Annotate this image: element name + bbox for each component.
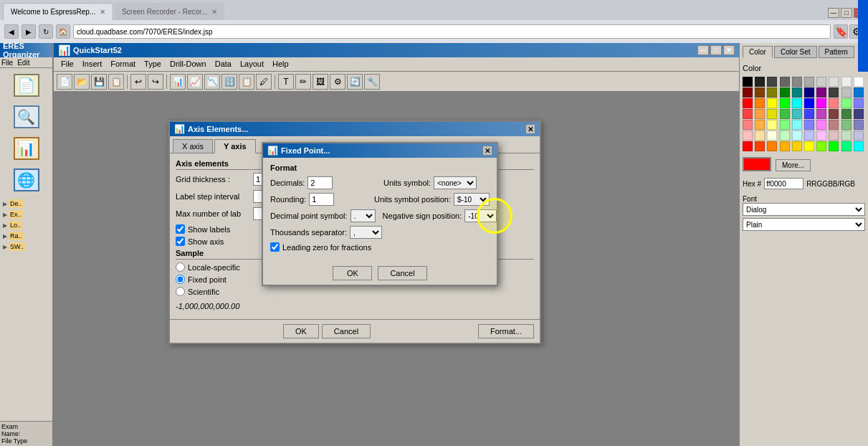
- color-swatch-23[interactable]: [780, 98, 790, 108]
- color-swatch-26[interactable]: [816, 98, 826, 108]
- color-swatch-37[interactable]: [829, 109, 839, 119]
- color-swatch-30[interactable]: [743, 109, 753, 119]
- thousands-select[interactable]: , .: [350, 226, 382, 239]
- decimal-point-select[interactable]: . ,: [350, 209, 376, 222]
- rounding-input[interactable]: [309, 193, 334, 206]
- toolbar-open[interactable]: 📂: [74, 74, 90, 90]
- style-select[interactable]: Plain Bold Italic: [743, 218, 865, 231]
- more-colors-btn[interactable]: More...: [776, 159, 811, 171]
- sidebar-icon-search[interactable]: 🔍: [12, 103, 41, 131]
- nav-ext-1[interactable]: 🔖: [834, 24, 848, 39]
- toolbar-copy[interactable]: 📋: [108, 74, 124, 90]
- color-swatch-53[interactable]: [780, 131, 790, 141]
- color-swatch-8[interactable]: [841, 77, 852, 87]
- color-swatch-51[interactable]: [755, 131, 765, 141]
- color-swatch-20[interactable]: [743, 98, 753, 108]
- nav-back-btn[interactable]: ◀: [4, 24, 19, 39]
- color-tab-pattern[interactable]: Pattern: [819, 46, 854, 58]
- axis-format-btn[interactable]: Format...: [478, 324, 534, 338]
- sidebar-icon-doc[interactable]: 📄: [12, 71, 41, 100]
- toolbar-btn9[interactable]: 🖼: [313, 74, 328, 90]
- browser-tab-inactive[interactable]: Screen Recorder - Recor... ✕: [115, 3, 224, 20]
- color-swatch-5[interactable]: [804, 77, 814, 87]
- show-axis-checkbox[interactable]: [176, 237, 185, 246]
- toolbar-redo[interactable]: ↪: [148, 74, 163, 90]
- color-swatch-19[interactable]: [854, 87, 864, 98]
- units-symbol-pos-select[interactable]: $-10 +10: [454, 193, 490, 206]
- color-swatch-45[interactable]: [804, 120, 814, 130]
- color-swatch-31[interactable]: [755, 109, 765, 119]
- toolbar-btn8[interactable]: ✏: [295, 74, 311, 90]
- color-swatch-11[interactable]: [755, 87, 765, 98]
- tree-item-lo[interactable]: ▶ Lo..: [1, 220, 51, 230]
- menu-layout[interactable]: Layout: [236, 59, 268, 70]
- axis-tab-y[interactable]: Y axis: [214, 139, 256, 153]
- eres-menu-edit[interactable]: Edit: [17, 59, 29, 67]
- color-swatch-39[interactable]: [854, 109, 864, 119]
- radio-scientific[interactable]: Scientific: [176, 287, 534, 296]
- color-swatch-18[interactable]: [841, 87, 852, 98]
- color-swatch-6[interactable]: [816, 77, 826, 87]
- color-swatch-14[interactable]: [792, 87, 802, 98]
- toolbar-btn7[interactable]: T: [278, 74, 294, 90]
- fixed-ok-btn[interactable]: OK: [333, 266, 372, 280]
- axis-dialog-close[interactable]: ✕: [525, 124, 535, 134]
- color-swatch-0[interactable]: [743, 77, 753, 87]
- color-tab-color[interactable]: Color: [743, 46, 773, 58]
- sidebar-icon-chart[interactable]: 📊: [12, 134, 41, 163]
- color-swatch-63[interactable]: [780, 141, 790, 151]
- tree-item-de[interactable]: ▶ De..: [1, 199, 51, 209]
- tab-close-inactive[interactable]: ✕: [211, 8, 217, 16]
- color-swatch-33[interactable]: [780, 109, 790, 119]
- color-swatch-58[interactable]: [841, 131, 852, 141]
- color-swatch-65[interactable]: [804, 141, 814, 151]
- color-swatch-9[interactable]: [854, 77, 864, 87]
- toolbar-btn12[interactable]: 🔧: [364, 74, 380, 90]
- tree-item-ex[interactable]: ▶ Ex..: [1, 209, 51, 219]
- color-swatch-41[interactable]: [755, 120, 765, 130]
- inner-minimize[interactable]: —: [697, 45, 709, 55]
- inner-restore[interactable]: □: [710, 45, 722, 55]
- eres-menu-file[interactable]: File: [1, 59, 13, 67]
- menu-drilldown[interactable]: Drill-Down: [166, 59, 211, 70]
- color-swatch-21[interactable]: [755, 98, 765, 108]
- toolbar-btn3[interactable]: 📉: [204, 74, 220, 90]
- color-swatch-47[interactable]: [829, 120, 839, 130]
- color-swatch-36[interactable]: [816, 109, 826, 119]
- toolbar-btn2[interactable]: 📈: [187, 74, 203, 90]
- browser-maximize[interactable]: □: [841, 8, 852, 18]
- color-swatch-22[interactable]: [767, 98, 777, 108]
- color-swatch-57[interactable]: [829, 131, 839, 141]
- nav-refresh-btn[interactable]: ↻: [39, 24, 53, 39]
- toolbar-btn6[interactable]: 🖊: [256, 74, 272, 90]
- color-swatch-1[interactable]: [755, 77, 765, 87]
- negative-sign-select[interactable]: -10 10- (10): [464, 209, 497, 222]
- menu-file[interactable]: File: [57, 59, 78, 70]
- color-swatch-24[interactable]: [792, 98, 802, 108]
- color-swatch-32[interactable]: [767, 109, 777, 119]
- color-tab-set[interactable]: Color Set: [774, 46, 817, 58]
- sidebar-icon-globe[interactable]: 🌐: [12, 166, 41, 194]
- color-swatch-69[interactable]: [854, 141, 864, 151]
- toolbar-new[interactable]: 📄: [57, 74, 72, 90]
- color-swatch-29[interactable]: [854, 98, 864, 108]
- color-swatch-68[interactable]: [841, 141, 852, 151]
- color-swatch-43[interactable]: [780, 120, 790, 130]
- menu-type[interactable]: Type: [140, 59, 166, 70]
- toolbar-btn11[interactable]: 🔄: [347, 74, 363, 90]
- color-swatch-64[interactable]: [792, 141, 802, 151]
- decimals-input[interactable]: [307, 176, 333, 189]
- color-swatch-13[interactable]: [780, 87, 790, 98]
- axis-tab-x[interactable]: X axis: [173, 139, 213, 153]
- color-swatch-67[interactable]: [829, 141, 839, 151]
- color-swatch-25[interactable]: [804, 98, 814, 108]
- color-swatch-4[interactable]: [792, 77, 802, 87]
- toolbar-save[interactable]: 💾: [91, 74, 107, 90]
- color-swatch-10[interactable]: [743, 87, 753, 98]
- color-swatch-27[interactable]: [829, 98, 839, 108]
- radio-scientific-input[interactable]: [176, 287, 185, 296]
- hex-input[interactable]: [764, 178, 803, 189]
- toolbar-btn5[interactable]: 📋: [239, 74, 254, 90]
- tree-item-ra[interactable]: ▶ Ra..: [1, 231, 51, 241]
- show-labels-checkbox[interactable]: [176, 224, 185, 234]
